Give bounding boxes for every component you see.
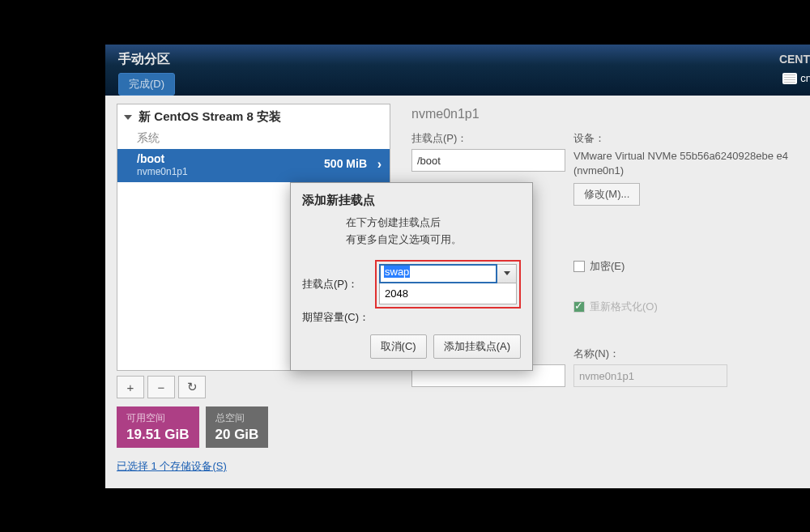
total-space-label: 总空间: [215, 411, 259, 425]
reformat-checkbox: [573, 301, 585, 313]
highlighted-input-group: swap: [375, 260, 521, 309]
encrypt-checkbox-row[interactable]: 加密(E): [573, 259, 810, 274]
device-label: 设备：: [573, 131, 810, 146]
keyboard-icon: [782, 73, 797, 84]
reformat-checkbox-row: 重新格式化(O): [573, 300, 810, 314]
tree-system-label: 系统: [117, 130, 390, 149]
capacity-input[interactable]: [379, 283, 517, 304]
remove-partition-button[interactable]: −: [147, 376, 175, 398]
dialog-sub-line2: 有更多自定义选项可用。: [346, 232, 521, 249]
encrypt-checkbox[interactable]: [573, 261, 585, 272]
total-space-value: 20 GiB: [215, 427, 259, 443]
page-title: 手动分区: [118, 51, 797, 68]
reformat-label: 重新格式化(O): [590, 300, 658, 314]
available-space-label: 可用空间: [126, 411, 190, 425]
keyboard-layout-text: cn: [800, 72, 810, 84]
space-summary: 可用空间 19.51 GiB 总空间 20 GiB: [117, 406, 390, 448]
reload-button[interactable]: ↻: [178, 376, 206, 398]
available-space-box: 可用空间 19.51 GiB: [117, 406, 199, 448]
dialog-title: 添加新挂载点: [302, 193, 521, 208]
mount-value-selected: swap: [384, 266, 410, 278]
cancel-button[interactable]: 取消(C): [370, 334, 427, 359]
mount-point-input[interactable]: [411, 149, 565, 172]
encrypt-label: 加密(E): [590, 259, 625, 274]
dialog-sub-line1: 在下方创建挂载点后: [346, 215, 521, 232]
keyboard-indicator[interactable]: cn: [782, 72, 810, 84]
selected-device-title: nvme0n1p1: [411, 107, 810, 121]
tree-install-title: 新 CentOS Stream 8 安装: [139, 109, 281, 123]
device-description: VMware Virtual NVMe 55b56a6240928ebe e4 …: [573, 149, 810, 178]
mount-combobox-input[interactable]: swap: [379, 264, 497, 283]
chevron-down-icon: [504, 271, 510, 275]
name-input: [573, 364, 727, 387]
header-bar: 手动分区 完成(D) CENT cn: [105, 45, 810, 96]
add-mountpoint-button[interactable]: 添加挂载点(A): [433, 334, 521, 359]
partition-item-boot[interactable]: /boot nvme0n1p1 500 MiB ›: [117, 149, 390, 182]
storage-devices-link[interactable]: 已选择 1 个存储设备(S): [117, 459, 227, 474]
add-partition-button[interactable]: +: [117, 376, 144, 398]
dialog-subtitle: 在下方创建挂载点后 有更多自定义选项可用。: [302, 215, 521, 249]
dialog-capacity-label: 期望容量(C)：: [302, 310, 375, 325]
mount-combobox: swap: [379, 264, 517, 283]
distro-label: CENT: [779, 53, 810, 66]
tree-install-header[interactable]: 新 CentOS Stream 8 安装: [117, 104, 390, 130]
mount-dropdown-button[interactable]: [497, 264, 517, 283]
modify-device-button[interactable]: 修改(M)...: [573, 183, 640, 206]
done-button[interactable]: 完成(D): [118, 73, 175, 96]
partition-size: 500 MiB: [324, 157, 367, 170]
name-label: 名称(N)：: [573, 347, 810, 361]
dialog-button-row: 取消(C) 添加挂载点(A): [302, 334, 521, 359]
mount-point-label: 挂载点(P)：: [411, 131, 573, 146]
caret-down-icon: [124, 115, 132, 120]
available-space-value: 19.51 GiB: [126, 427, 190, 443]
dialog-mount-label: 挂载点(P)：: [302, 277, 375, 292]
chevron-right-icon: ›: [377, 157, 382, 172]
add-mountpoint-dialog: 添加新挂载点 在下方创建挂载点后 有更多自定义选项可用。 挂载点(P)： swa…: [290, 182, 533, 371]
partition-action-row: + − ↻: [117, 376, 390, 398]
header-right: CENT cn: [779, 53, 810, 87]
total-space-box: 总空间 20 GiB: [206, 406, 269, 448]
